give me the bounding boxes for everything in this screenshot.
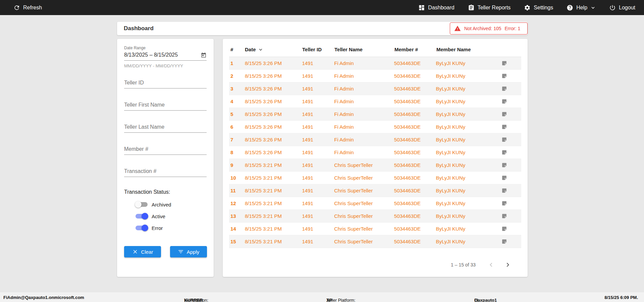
col-header-num[interactable]: # [229,47,245,52]
note-icon[interactable] [501,226,507,232]
table-row[interactable]: 14 8/15/25 3:21 PM 1491 Chris SuperTelle… [229,223,521,235]
table-row[interactable]: 13 8/15/25 3:21 PM 1491 Chris SuperTelle… [229,210,521,223]
note-icon[interactable] [501,124,507,130]
date-range-input[interactable] [124,50,201,60]
clear-button[interactable]: Clear [124,246,161,257]
row-actions [501,239,521,244]
note-icon[interactable] [501,175,507,181]
col-header-member-num[interactable]: Member # [394,47,436,52]
date-range-label: Date Range [124,46,207,50]
row-member-num: 5034463DE [394,226,436,232]
note-icon[interactable] [501,99,507,104]
note-icon[interactable] [501,188,507,193]
row-teller-name: Chris SuperTeller [334,239,394,244]
note-icon[interactable] [501,162,507,168]
note-icon[interactable] [501,213,507,219]
row-member-name: ByLyJI KUNy [436,99,501,104]
filter-input[interactable] [124,101,207,111]
filter-input[interactable] [124,123,207,133]
col-header-date[interactable]: Date [245,47,302,52]
note-icon[interactable] [501,149,507,155]
row-number: 4 [229,99,245,104]
logged-in-user: FiAdmin@Qaxpauto1.onmicrosoft.com [3,295,84,300]
row-teller-name: Fi Admin [334,137,394,142]
row-actions [501,99,521,104]
status-toggle[interactable]: Error [136,224,207,232]
toggle-track [136,202,148,207]
row-teller-id: 1491 [302,73,334,79]
row-member-num: 5034463DE [394,137,436,142]
apply-button[interactable]: Apply [170,246,207,257]
nav-teller-reports[interactable]: Teller Reports [468,4,511,11]
table-row[interactable]: 15 8/15/25 3:21 PM 1491 Chris SuperTelle… [229,235,521,248]
status-toggle[interactable]: Archived [136,200,207,208]
refresh-button[interactable]: Refresh [13,4,42,11]
status-toggle[interactable]: Active [136,212,207,220]
row-date: 8/15/25 3:26 PM [245,60,302,66]
nav-logout[interactable]: Logout [609,4,635,11]
table-row[interactable]: 5 8/15/25 3:26 PM 1491 Fi Admin 5034463D… [229,108,521,121]
filter-input[interactable] [124,167,207,177]
previous-page-icon[interactable] [487,261,495,269]
dashboard-icon [418,4,425,11]
row-teller-id: 1491 [302,213,334,219]
table-row[interactable]: 7 8/15/25 3:26 PM 1491 Fi Admin 5034463D… [229,133,521,146]
col-header-date-label: Date [245,47,256,52]
row-actions [501,149,521,155]
next-page-icon[interactable] [504,261,512,269]
nav-settings[interactable]: Settings [524,4,553,11]
row-number: 13 [229,213,245,219]
nav-dashboard[interactable]: Dashboard [418,4,454,11]
row-number: 14 [229,226,245,232]
table-row[interactable]: 4 8/15/25 3:26 PM 1491 Fi Admin 5034463D… [229,95,521,108]
power-icon [609,4,616,11]
row-member-name: ByLyJI KUNy [436,137,501,142]
row-actions [501,188,521,193]
note-icon[interactable] [501,86,507,92]
table-row[interactable]: 1 8/15/25 3:26 PM 1491 Fi Admin 5034463D… [229,57,521,70]
col-header-teller-name[interactable]: Teller Name [334,47,394,52]
note-icon[interactable] [501,60,507,66]
row-member-num: 5034463DE [394,162,436,168]
row-teller-id: 1491 [302,200,334,206]
nav-help[interactable]: Help [567,4,596,11]
note-icon[interactable] [501,111,507,117]
clear-button-label: Clear [141,249,153,255]
pagination-controls [487,261,512,269]
pagination: 1 – 15 of 33 [229,261,521,272]
note-icon[interactable] [501,73,507,79]
row-teller-id: 1491 [302,137,334,142]
table-row[interactable]: 10 8/15/25 3:21 PM 1491 Chris SuperTelle… [229,172,521,184]
row-teller-id: 1491 [302,99,334,104]
calendar-icon[interactable] [201,52,207,58]
filter-input[interactable] [124,145,207,155]
table-row[interactable]: 11 8/15/25 3:21 PM 1491 Chris SuperTelle… [229,184,521,197]
row-member-num: 5034463DE [394,213,436,219]
row-date: 8/15/25 3:26 PM [245,86,302,92]
table-row[interactable]: 8 8/15/25 3:26 PM 1491 Fi Admin 5034463D… [229,146,521,159]
row-member-num: 5034463DE [394,86,436,92]
nav-help-label: Help [576,5,587,11]
filter-field [124,78,207,88]
row-member-name: ByLyJI KUNy [436,175,501,181]
row-teller-name: Chris SuperTeller [334,175,394,181]
note-icon[interactable] [501,239,507,244]
row-actions [501,213,521,219]
row-actions [501,86,521,92]
filter-input[interactable] [124,78,207,88]
table-row[interactable]: 9 8/15/25 3:21 PM 1491 Chris SuperTeller… [229,159,521,172]
report-icon [468,4,475,11]
col-header-teller-id[interactable]: Teller ID [302,47,334,52]
row-teller-name: Fi Admin [334,73,394,79]
date-range-hint: MM/DD/YYYY - MM/DD/YYYY [124,63,207,68]
table-row[interactable]: 3 8/15/25 3:26 PM 1491 Fi Admin 5034463D… [229,82,521,95]
col-header-member-name[interactable]: Member Name [436,47,502,52]
sort-desc-icon [258,47,263,52]
row-date: 8/15/25 3:26 PM [245,137,302,142]
table-row[interactable]: 2 8/15/25 3:26 PM 1491 Fi Admin 5034463D… [229,70,521,82]
table-row[interactable]: 12 8/15/25 3:21 PM 1491 Chris SuperTelle… [229,197,521,210]
note-icon[interactable] [501,137,507,142]
filter-field [124,123,207,133]
table-row[interactable]: 6 8/15/25 3:26 PM 1491 Fi Admin 5034463D… [229,121,521,133]
note-icon[interactable] [501,200,507,206]
